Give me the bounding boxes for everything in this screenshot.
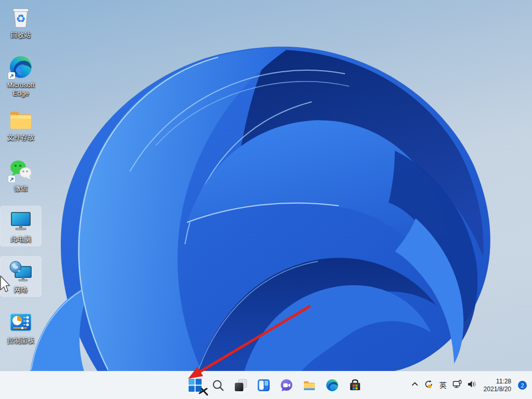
edge-icon [326,379,339,392]
desktop-icon-label: 微信 [14,184,28,193]
desktop-icon-recycle-bin[interactable]: ♻ 回收站 [1,2,41,42]
edge-button[interactable] [324,375,341,396]
folder-icon [8,107,33,132]
search-button[interactable] [209,375,227,396]
microsoft-store-icon [349,379,362,392]
file-explorer-button[interactable] [301,375,318,396]
chat-icon [280,379,293,392]
desktop-icon-label: 网络 [14,286,28,294]
ime-language-indicator[interactable]: 英 [438,381,448,390]
task-view-button[interactable] [232,375,249,396]
clock-date: 2021/8/20 [484,385,511,393]
wallpaper-bloom [0,0,532,399]
tray-volume-icon[interactable] [467,379,477,391]
red-arrow-annotation [188,306,310,379]
desktop-icon-label: 文件存放 [7,134,34,142]
store-button[interactable] [347,375,364,396]
notification-count-badge[interactable]: 2 [518,381,527,390]
shortcut-arrow-icon [8,72,15,79]
network-icon [8,259,33,284]
desktop-icon-label: 此电脑 [11,235,31,244]
desktop-icon-control-panel[interactable]: 控制面板 [1,308,41,347]
windows11-desktop: ♻ 回收站 Microsoft Edge [0,0,532,399]
desktop-icon-label: 回收站 [11,31,31,39]
desktop-icon-label: Microsoft Edge [1,81,41,97]
start-button[interactable] [187,375,204,396]
edge-icon [8,55,33,79]
tray-update-icon[interactable] [424,379,434,391]
system-tray: 英 11:28 2021/8/20 2 [410,371,527,399]
desktop-icon-wechat[interactable]: 微信 [1,155,41,195]
shortcut-arrow-icon [8,176,15,182]
this-pc-icon [8,209,33,234]
svg-text:♻: ♻ [16,12,26,25]
desktop-icon-microsoft-edge[interactable]: Microsoft Edge [1,52,41,99]
control-panel-icon [8,310,33,335]
search-icon [212,379,224,392]
widgets-button[interactable] [255,375,272,396]
recycle-bin-icon: ♻ [8,5,33,30]
clock-time: 11:28 [484,378,511,385]
desktop-icon-this-pc[interactable]: 此电脑 [1,206,41,246]
desktop-icon-label: 控制面板 [7,337,34,345]
clock[interactable]: 11:28 2021/8/20 [484,378,511,393]
chat-button[interactable] [278,375,295,396]
tray-network-icon[interactable] [453,379,462,391]
annotation-overlay [0,0,532,399]
wechat-icon [8,158,33,183]
taskbar: 英 11:28 2021/8/20 2 [0,371,532,399]
tray-chevron-up-icon[interactable] [410,380,419,391]
windows-start-icon [189,379,202,392]
desktop-icon-file-folder[interactable]: 文件存放 [1,104,41,144]
task-view-icon [234,379,247,392]
desktop-icon-network[interactable]: 网络 [1,257,41,296]
taskbar-center-group [187,371,364,399]
file-explorer-icon [303,379,316,392]
widgets-icon [257,379,270,392]
